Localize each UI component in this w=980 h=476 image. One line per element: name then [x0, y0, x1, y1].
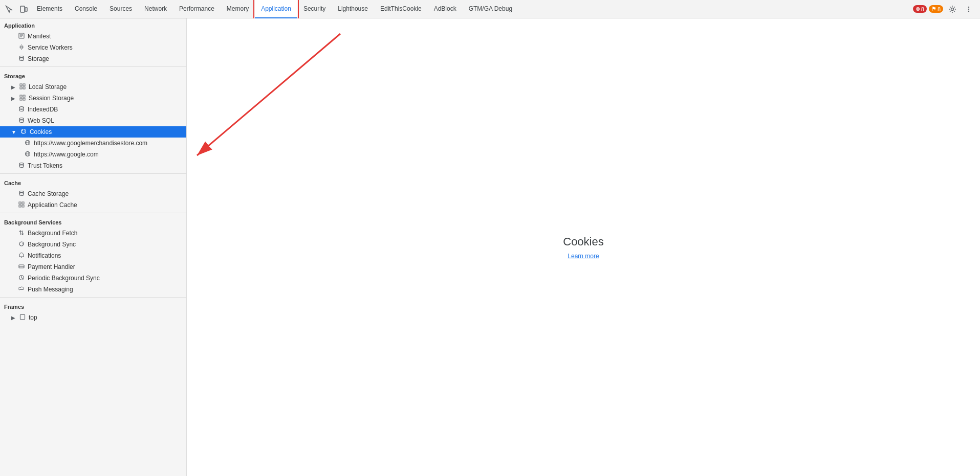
- learn-more-link[interactable]: Learn more: [568, 253, 599, 260]
- svg-point-3: [968, 6, 969, 7]
- tab-elements[interactable]: Elements: [31, 0, 69, 18]
- section-header-storage: Storage: [0, 69, 186, 81]
- sidebar-item-cookies-google[interactable]: https://www.google.com: [0, 149, 186, 160]
- section-header-background: Background Services: [0, 215, 186, 228]
- cloud-icon: [18, 286, 25, 293]
- svg-point-11: [19, 56, 24, 57]
- globe-icon-merch: [25, 140, 31, 147]
- sidebar-item-service-workers[interactable]: Service Workers: [0, 42, 186, 53]
- tab-adblock[interactable]: AdBlock: [428, 0, 463, 18]
- sidebar-item-frames-top[interactable]: ▶ top: [0, 312, 186, 323]
- device-icon[interactable]: [16, 2, 31, 16]
- trust-tokens-label: Trust Tokens: [28, 162, 62, 169]
- svg-point-26: [24, 131, 25, 132]
- tab-sources[interactable]: Sources: [103, 0, 138, 18]
- svg-rect-42: [20, 314, 25, 319]
- sidebar: Application Manifest Service Workers Sto…: [0, 18, 187, 476]
- svg-rect-14: [20, 87, 22, 89]
- svg-point-33: [19, 163, 24, 164]
- background-sync-label: Background Sync: [28, 241, 76, 248]
- notifications-label: Notifications: [28, 252, 61, 259]
- grid-icon-appcache: [18, 201, 25, 209]
- card-icon: [18, 263, 25, 271]
- warning-badge[interactable]: ⚑ 8: [929, 5, 943, 13]
- application-cache-label: Application Cache: [28, 201, 77, 209]
- tab-editthiscookie[interactable]: EditThisCookie: [374, 0, 428, 18]
- svg-rect-1: [25, 8, 27, 11]
- svg-rect-36: [22, 202, 24, 204]
- svg-point-23: [22, 130, 23, 131]
- push-messaging-label: Push Messaging: [28, 286, 73, 293]
- settings-icon[interactable]: [945, 2, 960, 16]
- sidebar-item-application-cache[interactable]: Application Cache: [0, 199, 186, 211]
- web-sql-label: Web SQL: [28, 117, 54, 124]
- tab-memory[interactable]: Memory: [221, 0, 255, 18]
- cookies-info-panel: Cookies Learn more: [563, 235, 603, 260]
- more-icon[interactable]: [962, 2, 976, 16]
- frame-icon: [19, 314, 26, 322]
- section-header-frames: Frames: [0, 300, 186, 312]
- svg-rect-12: [20, 84, 22, 86]
- sidebar-item-local-storage[interactable]: ▶ Local Storage: [0, 81, 186, 93]
- sidebar-item-session-storage[interactable]: ▶ Session Storage: [0, 93, 186, 104]
- refresh-icon: [18, 241, 25, 248]
- right-icons: ⊗ 8 ⚑ 8: [913, 2, 976, 16]
- tab-console[interactable]: Console: [69, 0, 103, 18]
- tab-lighthouse[interactable]: Lighthouse: [332, 0, 374, 18]
- session-storage-label: Session Storage: [29, 95, 74, 102]
- arrow-updown-icon: [18, 230, 25, 237]
- svg-rect-13: [23, 84, 25, 86]
- devtools-tab-bar: Elements Console Sources Network Perform…: [0, 0, 980, 18]
- sidebar-item-web-sql[interactable]: Web SQL: [0, 115, 186, 126]
- gear-icon: [18, 44, 25, 52]
- tab-gtm[interactable]: GTM/GA Debug: [463, 0, 518, 18]
- svg-point-2: [951, 8, 954, 10]
- frames-top-label: top: [29, 314, 37, 321]
- sidebar-item-storage[interactable]: Storage: [0, 53, 186, 64]
- expand-frames-icon: ▶: [11, 315, 15, 321]
- grid-icon-local: [19, 83, 26, 91]
- expand-session-storage-icon: ▶: [11, 96, 15, 101]
- main-content: Cookies Learn more: [187, 18, 980, 476]
- svg-point-20: [19, 106, 24, 108]
- sidebar-item-periodic-sync[interactable]: Periodic Background Sync: [0, 273, 186, 284]
- clock-icon: [18, 275, 25, 282]
- sidebar-item-indexeddb[interactable]: IndexedDB: [0, 104, 186, 115]
- sidebar-item-push-messaging[interactable]: Push Messaging: [0, 284, 186, 295]
- svg-point-10: [20, 46, 23, 48]
- sidebar-item-cookies-merch[interactable]: https://www.googlemerchandisestore.com: [0, 138, 186, 149]
- storage-icon: [18, 55, 25, 63]
- sidebar-item-payment-handler[interactable]: Payment Handler: [0, 261, 186, 273]
- error-badge[interactable]: ⊗ 8: [913, 5, 927, 13]
- background-fetch-label: Background Fetch: [28, 230, 77, 237]
- sidebar-item-notifications[interactable]: Notifications: [0, 250, 186, 261]
- bell-icon: [18, 252, 25, 260]
- sidebar-item-manifest[interactable]: Manifest: [0, 31, 186, 42]
- tab-security[interactable]: Security: [297, 0, 332, 18]
- svg-rect-17: [23, 95, 25, 97]
- cookies-google-label: https://www.google.com: [34, 151, 99, 158]
- storage-icon-idb: [18, 106, 25, 114]
- service-workers-label: Service Workers: [28, 44, 73, 51]
- inspect-icon[interactable]: [2, 2, 16, 16]
- svg-rect-19: [23, 98, 25, 100]
- tab-network[interactable]: Network: [138, 0, 173, 18]
- sidebar-item-background-sync[interactable]: Background Sync: [0, 239, 186, 250]
- cookies-label: Cookies: [30, 128, 52, 135]
- manifest-label: Manifest: [28, 33, 51, 40]
- cache-storage-label: Cache Storage: [28, 190, 69, 197]
- sidebar-item-background-fetch[interactable]: Background Fetch: [0, 228, 186, 239]
- expand-local-storage-icon: ▶: [11, 84, 15, 90]
- sidebar-item-trust-tokens[interactable]: Trust Tokens: [0, 160, 186, 171]
- storage-label: Storage: [28, 55, 49, 62]
- divider-1: [0, 66, 186, 67]
- tab-application[interactable]: Application: [255, 0, 297, 18]
- svg-point-25: [23, 131, 24, 132]
- svg-point-5: [968, 10, 969, 11]
- cookie-icon: [20, 128, 27, 136]
- sidebar-item-cache-storage[interactable]: Cache Storage: [0, 188, 186, 199]
- sidebar-item-cookies[interactable]: ▼ Cookies: [0, 126, 186, 138]
- tab-performance[interactable]: Performance: [173, 0, 221, 18]
- svg-point-24: [24, 129, 25, 130]
- svg-rect-35: [19, 202, 21, 204]
